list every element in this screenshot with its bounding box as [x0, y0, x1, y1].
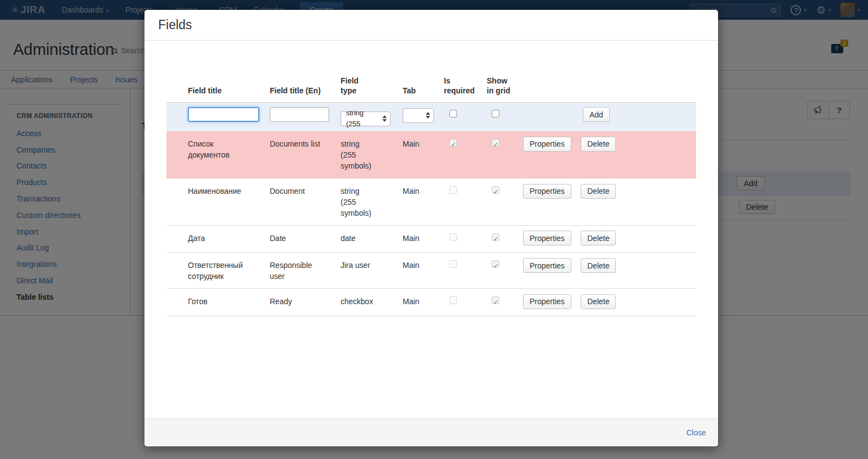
- field-row: Ответственный сотрудникResponsible userJ…: [166, 253, 696, 289]
- dialog-header: Fields: [144, 10, 718, 41]
- column-header-is-required: Is required: [444, 76, 487, 96]
- field-type-value: string (255 symbols): [341, 138, 375, 171]
- is-required-checkbox[interactable]: [449, 139, 457, 147]
- tab-select[interactable]: [403, 108, 434, 123]
- tab-value: Main: [403, 138, 444, 171]
- field-type-cell: string (255 symbols): [341, 138, 403, 171]
- delete-cell: Delete: [578, 138, 696, 171]
- new-field-row: string (255 Add: [166, 103, 696, 131]
- close-link[interactable]: Close: [686, 428, 706, 437]
- delete-button[interactable]: Delete: [581, 184, 616, 199]
- field-title-en-input[interactable]: [270, 107, 329, 122]
- tab-value: Main: [403, 186, 444, 219]
- dialog-title: Fields: [158, 18, 192, 32]
- field-title-cell: [188, 107, 270, 126]
- show-in-grid-cell: [487, 260, 523, 282]
- field-title-cell: Дата: [188, 233, 270, 246]
- delete-button[interactable]: Delete: [581, 137, 616, 152]
- dialog-body: Field titleField title (En)Field typeTab…: [144, 41, 718, 418]
- field-type-value: string (255: [346, 108, 379, 130]
- is-required-cell: [444, 107, 487, 126]
- properties-button[interactable]: Properties: [523, 137, 571, 152]
- properties-button[interactable]: Properties: [523, 258, 571, 273]
- field-title-en-value: Documents list: [270, 138, 320, 149]
- column-header-label: Field title: [188, 86, 221, 96]
- properties-button[interactable]: Properties: [523, 294, 571, 309]
- tab-value: Main: [403, 296, 444, 309]
- column-header-tab: Tab: [403, 86, 444, 96]
- field-type-cell: checkbox: [341, 296, 403, 309]
- field-title-en-cell: Ready: [270, 296, 341, 309]
- delete-button[interactable]: Delete: [581, 231, 616, 245]
- spacer: [166, 107, 188, 126]
- is-required-cell: [444, 233, 487, 246]
- select-stepper-icon: [382, 115, 387, 122]
- drag-cell: [166, 233, 188, 246]
- field-title-en-cell: Responsible user: [270, 260, 341, 282]
- field-type-value: date: [341, 233, 355, 244]
- field-type-cell: string (255 symbols): [341, 186, 403, 219]
- show-in-grid-checkbox[interactable]: [492, 139, 499, 147]
- select-stepper-icon: [426, 112, 430, 119]
- properties-cell: Properties: [523, 233, 578, 246]
- column-header-field-type: Field type: [341, 76, 403, 96]
- show-in-grid-cell: [487, 138, 523, 171]
- is-required-checkbox[interactable]: [449, 110, 457, 117]
- field-title-en-cell: [270, 107, 341, 126]
- show-in-grid-checkbox[interactable]: [492, 186, 499, 194]
- field-type-value: Jira user: [341, 260, 370, 271]
- field-title-value: Список документов: [188, 138, 246, 160]
- properties-button[interactable]: Properties: [523, 231, 571, 245]
- delete-cell: Delete: [578, 260, 696, 282]
- show-in-grid-cell: [487, 296, 523, 309]
- tab-cell: [403, 107, 444, 126]
- fields-table-header: Field titleField title (En)Field typeTab…: [166, 41, 696, 103]
- show-in-grid-checkbox[interactable]: [492, 260, 499, 268]
- tab-value: Main: [403, 233, 444, 246]
- field-title-input[interactable]: [188, 107, 259, 122]
- is-required-cell: [444, 260, 487, 282]
- page: ✳ JIRA Dashboards▾Projects▾Issues▾CRMCal…: [0, 0, 868, 459]
- is-required-checkbox[interactable]: [449, 233, 457, 241]
- column-header-field-title: Field title: [188, 86, 270, 96]
- spacer: [523, 107, 578, 126]
- properties-cell: Properties: [523, 186, 578, 219]
- delete-button[interactable]: Delete: [581, 294, 616, 309]
- drag-cell: [166, 260, 188, 282]
- show-in-grid-checkbox[interactable]: [492, 233, 499, 241]
- field-type-select[interactable]: string (255: [341, 111, 391, 126]
- field-title-en-value: Responsible user: [270, 260, 322, 282]
- properties-cell: Properties: [523, 296, 578, 309]
- delete-cell: Delete: [578, 296, 696, 309]
- properties-cell: Properties: [523, 138, 578, 171]
- delete-button[interactable]: Delete: [581, 258, 616, 273]
- properties-button[interactable]: Properties: [523, 184, 571, 199]
- column-header-label: Tab: [403, 86, 416, 96]
- field-row: Список документовDocuments liststring (2…: [166, 131, 696, 178]
- drag-cell: [166, 186, 188, 219]
- tab-value: Main: [403, 260, 444, 282]
- column-header-label: Show in grid: [487, 76, 512, 96]
- column-header-label: Field type: [341, 76, 375, 96]
- is-required-cell: [444, 138, 487, 171]
- field-title-value: Наименование: [188, 186, 241, 197]
- is-required-checkbox[interactable]: [449, 186, 457, 194]
- field-title-value: Дата: [188, 233, 205, 244]
- field-title-en-value: Document: [270, 186, 305, 197]
- field-type-cell: Jira user: [341, 260, 403, 282]
- show-in-grid-checkbox[interactable]: [492, 296, 499, 304]
- field-title-cell: Готов: [188, 296, 270, 309]
- is-required-checkbox[interactable]: [449, 296, 457, 304]
- column-header-show-in-grid: Show in grid: [487, 76, 523, 96]
- add-field-button[interactable]: Add: [583, 107, 610, 122]
- show-in-grid-checkbox[interactable]: [492, 110, 499, 117]
- column-header-field-title-en-: Field title (En): [270, 86, 341, 96]
- dialog-footer: Close: [144, 418, 718, 446]
- is-required-cell: [444, 296, 487, 309]
- is-required-checkbox[interactable]: [449, 260, 457, 268]
- column-header-label: Is required: [444, 76, 476, 96]
- drag-cell: [166, 296, 188, 309]
- add-cell: Add: [578, 107, 696, 126]
- drag-cell: [166, 138, 188, 171]
- field-title-cell: Наименование: [188, 186, 270, 219]
